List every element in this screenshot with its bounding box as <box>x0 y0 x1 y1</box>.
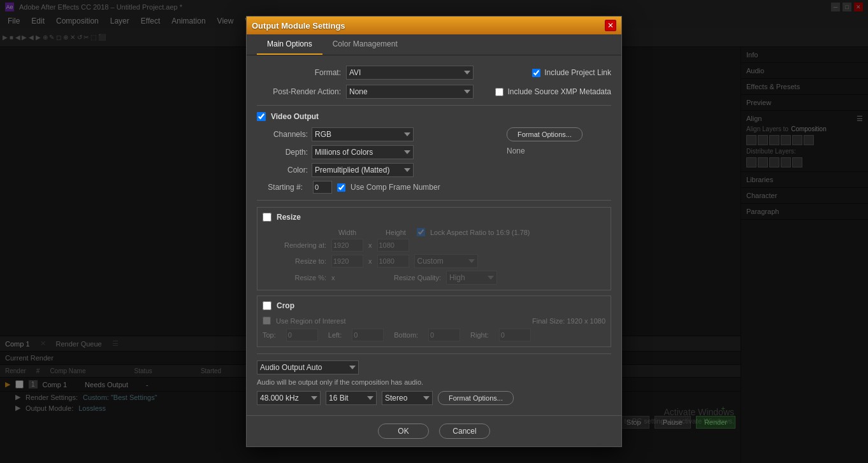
use-comp-frame-label: Use Comp Frame Number <box>351 183 440 192</box>
width-col-label: Width <box>331 229 363 236</box>
crop-checkbox[interactable] <box>263 301 271 310</box>
use-roi-checkbox[interactable] <box>263 317 271 325</box>
format-options-btn-audio[interactable]: Format Options... <box>438 391 514 405</box>
audio-channel-select[interactable]: Stereo <box>382 391 433 405</box>
video-output-section: Video Output Channels: RGB Depth: <box>257 112 611 194</box>
resize-to-x: x <box>368 257 372 265</box>
depth-select[interactable]: Millions of Colors <box>312 145 414 159</box>
post-render-row: Post-Render Action: None Include Source … <box>257 85 611 99</box>
ok-btn[interactable]: OK <box>378 424 429 439</box>
tab-color-management[interactable]: Color Management <box>322 34 408 55</box>
video-output-header: Video Output <box>257 112 611 121</box>
video-output-title: Video Output <box>271 112 319 121</box>
audio-output-section: Audio Output Auto Audio will be output o… <box>257 353 611 405</box>
resize-to-w-input[interactable] <box>331 255 363 267</box>
lock-aspect-label: Lock Aspect Ratio to 16:9 (1.78) <box>430 229 530 236</box>
resize-pct-x: x <box>331 274 363 281</box>
modal-body: Format: AVI Include Project Link Post-Re… <box>247 55 621 415</box>
lock-aspect-checkbox[interactable] <box>417 228 425 236</box>
depth-row: Depth: Millions of Colors <box>257 145 496 159</box>
use-comp-frame-checkbox[interactable] <box>337 183 345 192</box>
final-size-label: Final Size: 1920 x 1080 <box>532 317 605 325</box>
resize-section: Resize Width Height Lock Aspect Ratio to… <box>257 207 611 290</box>
left-label: Left: <box>328 331 342 339</box>
audio-hz-select[interactable]: 48.000 kHz <box>257 391 321 405</box>
rendering-h-input[interactable] <box>377 239 409 252</box>
resize-to-label: Resize to: <box>263 257 326 265</box>
audio-bit-select[interactable]: 16 Bit <box>326 391 377 405</box>
modal-dialog: Output Module Settings ✕ Main Options Co… <box>246 16 622 447</box>
color-label: Color: <box>257 166 308 175</box>
divider-1 <box>257 105 611 106</box>
resize-title: Resize <box>277 213 301 222</box>
modal-close-btn[interactable]: ✕ <box>605 20 616 31</box>
starting-label: Starting #: <box>257 183 308 192</box>
resize-to-h-input[interactable] <box>377 255 409 267</box>
modal-tabs: Main Options Color Management <box>247 34 621 55</box>
custom-select[interactable]: Custom <box>414 254 478 268</box>
resize-quality-select[interactable]: High <box>446 271 497 285</box>
resize-content: Width Height Lock Aspect Ratio to 16:9 (… <box>263 228 605 285</box>
format-row: Format: AVI Include Project Link <box>257 66 611 80</box>
color-select[interactable]: Premultiplied (Matted) <box>312 163 414 177</box>
format-select[interactable]: AVI <box>346 66 474 80</box>
tab-main-options[interactable]: Main Options <box>257 34 322 55</box>
resize-header: Resize <box>263 213 605 222</box>
rendering-at-label: Rendering at: <box>263 241 326 249</box>
resize-checkbox[interactable] <box>263 213 271 222</box>
starting-input[interactable] <box>313 181 332 194</box>
cancel-btn[interactable]: Cancel <box>439 424 490 439</box>
include-project-link-label: Include Project Link <box>544 68 611 77</box>
resize-pct-label: Resize %: <box>263 274 326 281</box>
depth-label: Depth: <box>257 148 308 157</box>
crop-title: Crop <box>277 301 294 310</box>
rendering-x: x <box>368 241 372 249</box>
rendering-w-input[interactable] <box>331 239 363 252</box>
include-xmp-checkbox[interactable] <box>495 88 503 96</box>
top-input[interactable] <box>286 329 318 341</box>
video-output-checkbox[interactable] <box>257 112 266 121</box>
modal-title-bar: Output Module Settings ✕ <box>247 17 621 34</box>
height-col-label: Height <box>380 229 412 236</box>
audio-note: Audio will be output only if the composi… <box>257 378 611 386</box>
right-input[interactable] <box>499 329 531 341</box>
none-text: None <box>507 146 525 155</box>
channels-row: Channels: RGB <box>257 127 496 141</box>
modal-footer: OK Cancel <box>247 415 621 446</box>
audio-top: Audio Output Auto <box>257 360 611 374</box>
crop-header: Crop <box>263 301 605 310</box>
crop-section: Crop Use Region of Interest Final Size: … <box>257 296 611 347</box>
divider-2 <box>257 200 611 201</box>
bottom-input[interactable] <box>428 329 460 341</box>
resize-quality-label: Resize Quality: <box>394 274 441 281</box>
top-label: Top: <box>263 331 276 339</box>
video-left-col: Channels: RGB Depth: Millions of Colors <box>257 127 496 194</box>
modal-title: Output Module Settings <box>252 21 345 31</box>
audio-controls: 48.000 kHz 16 Bit Stereo Format Options.… <box>257 391 611 405</box>
left-input[interactable] <box>352 329 384 341</box>
video-output-content: Channels: RGB Depth: Millions of Colors <box>257 127 611 194</box>
format-options-btn-video[interactable]: Format Options... <box>507 127 582 141</box>
crop-content: Use Region of Interest Final Size: 1920 … <box>263 317 605 341</box>
audio-output-select[interactable]: Audio Output Auto <box>257 360 359 374</box>
starting-row: Starting #: Use Comp Frame Number <box>257 181 496 194</box>
bottom-label: Bottom: <box>394 331 418 339</box>
use-roi-label: Use Region of Interest <box>276 317 345 325</box>
include-project-link-checkbox[interactable] <box>532 69 540 77</box>
format-label: Format: <box>257 68 346 77</box>
modal-overlay: Output Module Settings ✕ Main Options Co… <box>0 0 868 463</box>
color-row: Color: Premultiplied (Matted) <box>257 163 496 177</box>
include-xmp-label: Include Source XMP Metadata <box>507 87 611 96</box>
channels-label: Channels: <box>257 130 308 139</box>
post-render-label: Post-Render Action: <box>257 87 346 96</box>
post-render-select[interactable]: None <box>346 85 474 99</box>
channels-select[interactable]: RGB <box>312 127 414 141</box>
video-right-col: Format Options... None <box>496 127 611 194</box>
right-label: Right: <box>470 331 489 339</box>
